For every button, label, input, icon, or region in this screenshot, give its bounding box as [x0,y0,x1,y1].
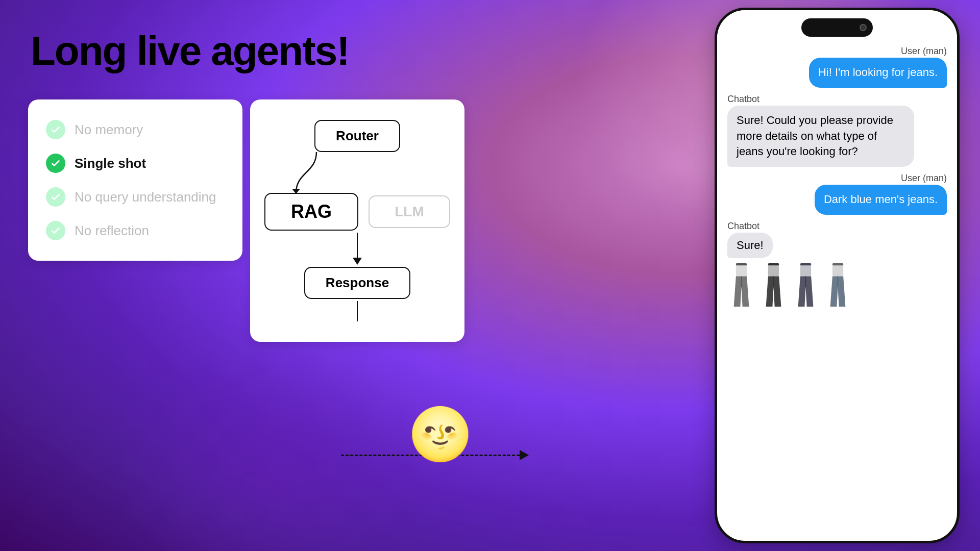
no-reflection-label: No reflection [75,223,149,239]
jeans-product-row [727,263,852,307]
phone-notch-area [717,10,957,41]
svg-marker-0 [292,189,300,193]
jeans-item-3 [792,263,820,307]
phone-notch [801,18,873,37]
bot-label-2: Chatbot [727,221,760,232]
check-icon-no-query [46,187,65,207]
router-box: Router [314,120,400,152]
llm-box: LLM [369,195,450,228]
sure-bubble: Sure! [727,233,773,258]
flow-diagram-card: Router RAG LLM Response [250,99,464,342]
user-bubble-2: Dark blue men's jeans. [815,185,947,215]
rag-box: RAG [264,193,358,231]
check-icon-no-reflection [46,221,65,240]
dashed-arrowhead [520,450,529,460]
no-memory-label: No memory [75,122,143,138]
emoji-face: 🌝 [408,404,472,464]
list-item: No memory [46,120,225,139]
jeans-item-1 [727,263,755,307]
bot-label-1: Chatbot [727,94,760,105]
svg-rect-11 [832,263,843,265]
jeans-item-4 [824,263,852,307]
flow-connector-svg [271,152,444,193]
features-card: No memory Single shot No query understan… [28,99,242,261]
chat-group-bot-1: Chatbot Sure! Could you please provide m… [727,94,947,167]
phone-camera [860,24,867,31]
chat-group-bot-2: Chatbot Sure! [727,221,947,307]
svg-rect-2 [736,263,747,265]
check-icon-no-memory [46,120,65,139]
response-box: Response [304,267,410,299]
svg-rect-5 [768,263,779,265]
chat-group-user-1: User (man) Hi! I'm looking for jeans. [727,46,947,88]
jeans-item-2 [760,263,788,307]
user-label-2: User (man) [901,173,947,184]
check-icon-single-shot [46,154,65,173]
phone-mockup: User (man) Hi! I'm looking for jeans. Ch… [715,8,960,543]
list-item: No query understanding [46,187,225,207]
page-title: Long live agents! [31,31,349,71]
main-content: Long live agents! No memory Single shot [0,0,980,551]
user-bubble-1: Hi! I'm looking for jeans. [809,58,947,88]
list-item: No reflection [46,221,225,240]
rag-llm-row: RAG LLM [264,193,450,231]
no-query-label: No query understanding [75,189,216,205]
response-tail-line [357,301,358,321]
user-label-1: User (man) [901,46,947,57]
svg-rect-8 [800,263,811,265]
chat-area: User (man) Hi! I'm looking for jeans. Ch… [717,41,957,541]
bot-bubble-1: Sure! Could you please provide more deta… [727,106,914,167]
single-shot-label: Single shot [75,156,146,171]
chat-group-user-2: User (man) Dark blue men's jeans. [727,173,947,215]
list-item: Single shot [46,154,225,173]
arrow-rag-to-response [353,233,362,265]
